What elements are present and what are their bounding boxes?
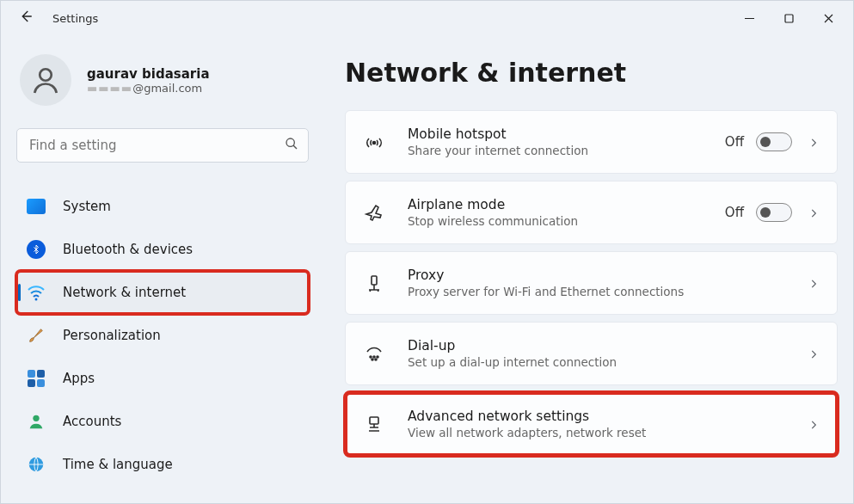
svg-rect-7 bbox=[372, 276, 377, 285]
chevron-right-icon bbox=[808, 418, 820, 430]
svg-point-12 bbox=[375, 359, 377, 360]
card-advanced-network[interactable]: Advanced network settingsView all networ… bbox=[345, 392, 838, 456]
sidebar-item-personalization[interactable]: Personalization bbox=[16, 314, 309, 357]
svg-point-2 bbox=[286, 138, 294, 146]
globe-icon bbox=[25, 453, 47, 476]
airplane-toggle[interactable] bbox=[756, 203, 792, 222]
search-input[interactable] bbox=[16, 128, 309, 163]
hotspot-status: Off bbox=[725, 134, 744, 150]
minimize-button[interactable] bbox=[729, 4, 769, 32]
search-box[interactable] bbox=[16, 128, 309, 163]
bluetooth-icon bbox=[25, 238, 47, 261]
avatar bbox=[20, 54, 71, 106]
system-icon bbox=[25, 195, 47, 218]
card-proxy[interactable]: ProxyProxy server for Wi-Fi and Ethernet… bbox=[345, 251, 838, 315]
airplane-icon bbox=[363, 201, 385, 224]
proxy-icon bbox=[363, 272, 385, 294]
svg-point-8 bbox=[370, 356, 372, 358]
svg-point-3 bbox=[35, 298, 38, 301]
hotspot-icon bbox=[363, 131, 385, 153]
svg-point-1 bbox=[40, 69, 52, 81]
advanced-network-icon bbox=[363, 413, 385, 435]
titlebar: Settings bbox=[1, 1, 853, 35]
maximize-button[interactable] bbox=[769, 4, 808, 32]
svg-point-11 bbox=[372, 359, 373, 360]
accounts-icon bbox=[25, 410, 47, 433]
svg-point-10 bbox=[377, 356, 378, 358]
card-mobile-hotspot[interactable]: Mobile hotspotShare your internet connec… bbox=[345, 110, 838, 174]
chevron-right-icon bbox=[808, 347, 820, 360]
sidebar-item-network[interactable]: Network & internet bbox=[16, 271, 309, 314]
brush-icon bbox=[25, 324, 47, 347]
chevron-right-icon bbox=[808, 136, 820, 148]
window-title: Settings bbox=[52, 12, 98, 25]
svg-point-9 bbox=[373, 356, 375, 358]
chevron-right-icon bbox=[808, 206, 820, 218]
sidebar-item-system[interactable]: System bbox=[16, 185, 309, 228]
sidebar-item-time[interactable]: Time & language bbox=[16, 443, 309, 486]
sidebar-item-bluetooth[interactable]: Bluetooth & devices bbox=[16, 228, 309, 271]
sidebar: gaurav bidasaria ▬▬▬▬@gmail.com System B… bbox=[1, 35, 319, 503]
user-profile[interactable]: gaurav bidasaria ▬▬▬▬@gmail.com bbox=[16, 54, 319, 106]
card-dialup[interactable]: Dial-upSet up a dial-up internet connect… bbox=[345, 322, 838, 385]
search-icon bbox=[285, 137, 298, 154]
hotspot-toggle[interactable] bbox=[756, 132, 792, 151]
svg-point-4 bbox=[33, 415, 39, 421]
sidebar-item-apps[interactable]: Apps bbox=[16, 357, 309, 400]
svg-rect-13 bbox=[370, 417, 378, 424]
user-name: gaurav bidasaria bbox=[87, 66, 210, 82]
apps-icon bbox=[25, 367, 47, 390]
sidebar-item-accounts[interactable]: Accounts bbox=[16, 400, 309, 443]
user-email: ▬▬▬▬@gmail.com bbox=[87, 82, 210, 95]
page-title: Network & internet bbox=[345, 58, 838, 88]
svg-point-6 bbox=[373, 142, 376, 144]
airplane-status: Off bbox=[725, 205, 744, 220]
close-button[interactable] bbox=[808, 4, 848, 32]
main-content: Network & internet Mobile hotspotShare y… bbox=[319, 35, 853, 503]
dialup-icon bbox=[363, 342, 385, 365]
chevron-right-icon bbox=[808, 277, 820, 289]
svg-rect-0 bbox=[785, 15, 793, 22]
card-airplane-mode[interactable]: Airplane modeStop wireless communication… bbox=[345, 181, 838, 244]
back-icon[interactable] bbox=[18, 9, 34, 28]
wifi-icon bbox=[25, 281, 47, 304]
